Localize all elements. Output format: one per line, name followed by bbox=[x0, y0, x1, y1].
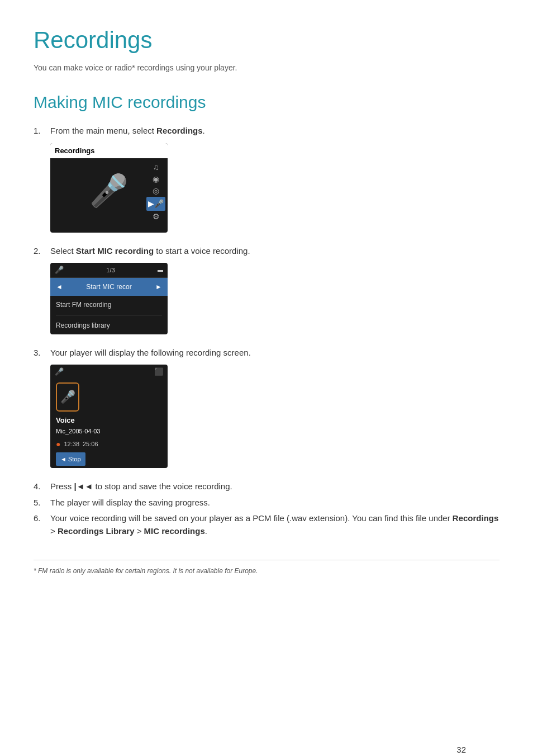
music-icon: ♫ bbox=[153, 162, 159, 173]
screen3-voice-label: Voice bbox=[56, 415, 162, 426]
screen3-device: 🎤 ⬛ 🎤 Voice Mic_2005-04-03 ● 12:38 25:06… bbox=[50, 365, 168, 468]
photo-icon: ◉ bbox=[153, 173, 159, 185]
menu-item-start-mic-label: Start MIC recor bbox=[86, 282, 131, 292]
plain-steps: 4. Press |◄◄ to stop and save the voice … bbox=[34, 480, 499, 537]
screen2-mic-icon: 🎤 bbox=[55, 264, 64, 276]
step-3-num: 3. bbox=[34, 347, 46, 360]
step-6-text: Your voice recording will be saved on yo… bbox=[50, 512, 499, 537]
step-5-text: The player will display the saving progr… bbox=[50, 497, 210, 509]
screen1-device: Recordings 🎤 ♫ ◉ ◎ ▶🎤 ⚙ bbox=[50, 143, 168, 233]
step-4-num: 4. bbox=[34, 480, 46, 493]
screen2-counter: 1/3 bbox=[106, 266, 115, 275]
menu-item-recordings-library-label: Recordings library bbox=[56, 320, 110, 330]
step-3-text: Your player will display the following r… bbox=[50, 347, 251, 360]
screen3-filename: Mic_2005-04-03 bbox=[56, 427, 162, 436]
menu-item-start-fm: Start FM recording bbox=[50, 296, 168, 314]
steps-list: 1. From the main menu, select Recordings… bbox=[34, 125, 499, 468]
step-1: 1. From the main menu, select Recordings… bbox=[34, 125, 499, 233]
step-2: 2. Select Start MIC recording to start a… bbox=[34, 245, 499, 334]
footnote: * FM radio is only available for certain… bbox=[34, 560, 499, 576]
menu-arrow-right-1: ► bbox=[155, 282, 162, 292]
step-2-text: Select Start MIC recording to start a vo… bbox=[50, 245, 250, 258]
menu-divider bbox=[56, 315, 162, 315]
step-3: 3. Your player will display the followin… bbox=[34, 347, 499, 469]
menu-arrow-left-1: ◄ bbox=[56, 282, 63, 292]
step-4-text: Press |◄◄ to stop and save the voice rec… bbox=[50, 480, 232, 493]
screen1-header: Recordings bbox=[50, 143, 168, 159]
plain-step-4: 4. Press |◄◄ to stop and save the voice … bbox=[34, 480, 499, 493]
menu-item-start-fm-label: Start FM recording bbox=[56, 300, 111, 310]
screen3-stop-button: ◄ Stop bbox=[56, 452, 85, 466]
screen3-body: 🎤 Voice Mic_2005-04-03 ● 12:38 25:06 ◄ S… bbox=[50, 379, 168, 466]
plain-step-5: 5. The player will display the saving pr… bbox=[34, 497, 499, 509]
step-5-num: 5. bbox=[34, 497, 46, 509]
screen2-topbar: 🎤 1/3 ▬ bbox=[50, 263, 168, 278]
page-title: Recordings bbox=[34, 22, 499, 58]
screen1-body: 🎤 ♫ ◉ ◎ ▶🎤 ⚙ bbox=[50, 158, 168, 223]
video-icon: ◎ bbox=[153, 185, 159, 197]
screen3-progress: ● 12:38 25:06 bbox=[56, 438, 162, 450]
mic-sidebar-icon: ▶🎤 bbox=[146, 197, 165, 211]
screen3-stop-icon: ⬛ bbox=[154, 366, 163, 377]
settings-icon: ⚙ bbox=[153, 211, 160, 223]
screen3-time-elapsed: 12:38 bbox=[64, 440, 79, 449]
step-1-num: 1. bbox=[34, 125, 46, 138]
screen3-mic-icon: 🎤 bbox=[55, 366, 64, 377]
screen3-mic-large-icon: 🎤 bbox=[56, 382, 79, 412]
screen2-device: 🎤 1/3 ▬ ◄ Start MIC recor ► Start FM rec… bbox=[50, 263, 168, 334]
screen3-topbar: 🎤 ⬛ bbox=[50, 365, 168, 379]
step-2-num: 2. bbox=[34, 245, 46, 258]
screen3-stop-label: ◄ Stop bbox=[60, 455, 81, 464]
menu-item-recordings-library: Recordings library bbox=[50, 316, 168, 334]
screen3-rec-dot: ● bbox=[56, 438, 60, 450]
screen1-sidebar: ♫ ◉ ◎ ▶🎤 ⚙ bbox=[146, 158, 165, 223]
menu-item-start-mic: ◄ Start MIC recor ► bbox=[50, 278, 168, 296]
screen2-battery-icon: ▬ bbox=[158, 266, 163, 274]
page-number: 32 bbox=[456, 744, 466, 757]
screen3-time-total: 25:06 bbox=[83, 440, 98, 449]
step-1-text: From the main menu, select Recordings. bbox=[50, 125, 205, 138]
section-title: Making MIC recordings bbox=[34, 89, 499, 115]
page-subtitle: You can make voice or radio* recordings … bbox=[34, 62, 499, 74]
step-6-num: 6. bbox=[34, 512, 46, 537]
plain-step-6: 6. Your voice recording will be saved on… bbox=[34, 512, 499, 537]
mic-icon-large: 🎤 bbox=[89, 167, 129, 214]
